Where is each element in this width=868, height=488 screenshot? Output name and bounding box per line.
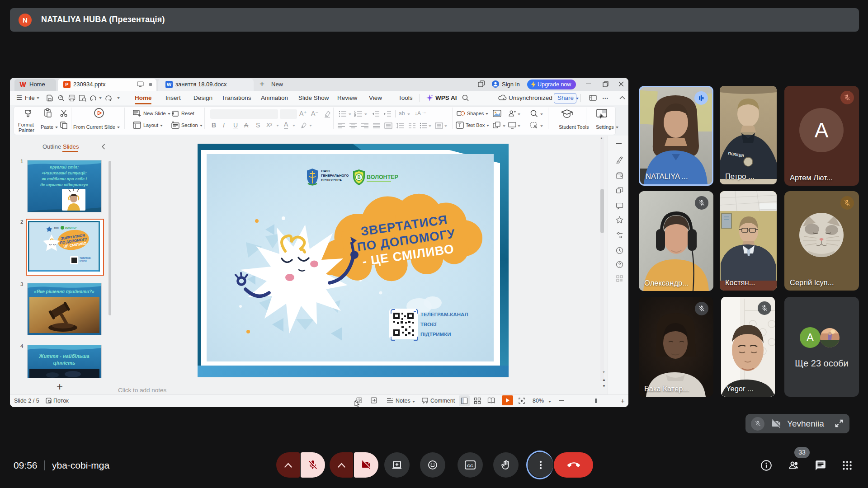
svg-text:ПРОКУРОРА: ПРОКУРОРА — [321, 178, 342, 182]
svg-text:де шукати підтримку»: де шукати підтримку» — [40, 183, 88, 187]
svg-text:як подбати про себе і: як подбати про себе і — [41, 177, 87, 181]
svg-text:ОФIС: ОФIС — [321, 169, 330, 173]
svg-text:Життя - найбільша: Життя - найбільша — [38, 353, 89, 359]
svg-text:CC: CC — [467, 463, 473, 468]
svg-text:«Яке рішення прийняти?»: «Яке рішення прийняти?» — [34, 289, 94, 294]
svg-text:КАНАЛ: КАНАЛ — [80, 260, 87, 262]
svg-text:ВОЛОНТЕР: ВОЛОНТЕР — [65, 227, 76, 229]
svg-text:ГЕНЕРАЛЬНОГО: ГЕНЕРАЛЬНОГО — [321, 174, 349, 178]
svg-text:ВОЛОНТЕР: ВОЛОНТЕР — [367, 174, 398, 180]
svg-text:ТЕЛЕГРАМ-: ТЕЛЕГРАМ- — [80, 257, 91, 259]
svg-text:ТВОЄЇ: ТВОЄЇ — [420, 322, 437, 327]
svg-text:Круглий стіл:: Круглий стіл: — [50, 165, 79, 169]
svg-text:цінність: цінність — [53, 360, 75, 366]
svg-text:«Ризиковані ситуації:: «Ризиковані ситуації: — [42, 171, 87, 175]
svg-text:ОФIС: ОФIС — [54, 227, 59, 229]
svg-text:ПIДТРИМКИ: ПIДТРИМКИ — [420, 332, 451, 337]
svg-text:ТЕЛЕГРАМ-КАНАЛ: ТЕЛЕГРАМ-КАНАЛ — [420, 312, 468, 317]
svg-text:В: В — [357, 175, 360, 180]
